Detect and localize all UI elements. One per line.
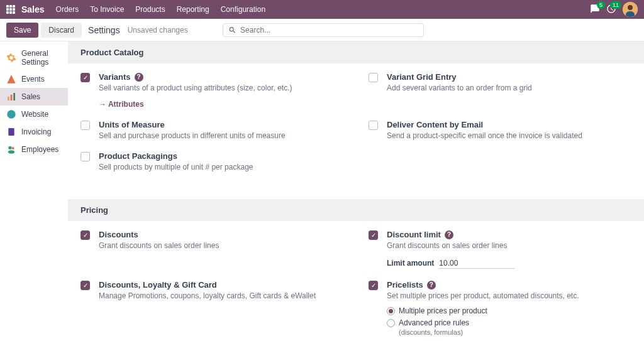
sidebar-item-sales[interactable]: Sales <box>0 88 68 106</box>
field-desc: Send a product-specific email once the i… <box>387 131 631 140</box>
checkbox-discount-limit[interactable] <box>369 230 378 240</box>
help-icon[interactable]: ? <box>427 281 436 290</box>
help-icon[interactable]: ? <box>445 230 453 239</box>
activity-badge: 11 <box>610 1 621 9</box>
field-desc: Sell variants of a product using attribu… <box>99 84 343 92</box>
sidebar-item-label: General Settings <box>21 49 62 67</box>
discard-button[interactable]: Discard <box>41 23 82 38</box>
save-button[interactable]: Save <box>6 23 38 38</box>
field-title: Deliver Content by Email <box>387 120 631 129</box>
svg-point-6 <box>7 110 15 118</box>
checkbox-loyalty[interactable] <box>80 281 90 290</box>
sidebar-item-label: Sales <box>21 92 40 101</box>
svg-rect-3 <box>8 97 9 100</box>
checkbox-pricelists[interactable] <box>369 281 378 290</box>
avatar[interactable] <box>623 2 638 17</box>
nav-to-invoice[interactable]: To Invoice <box>90 5 124 14</box>
field-desc: Manage Promotions, coupons, loyalty card… <box>99 291 343 300</box>
sidebar-item-events[interactable]: Events <box>0 70 68 88</box>
checkbox-discounts[interactable] <box>80 230 90 240</box>
radio-sub: (discounts, formulas) <box>399 328 631 336</box>
sidebar-item-label: Invoicing <box>21 127 51 136</box>
field-title: Discount limit <box>387 230 441 239</box>
top-nav: Orders To Invoice Products Reporting Con… <box>56 5 266 14</box>
svg-rect-7 <box>8 128 14 136</box>
field-desc: Set multiple prices per product, automat… <box>387 291 631 300</box>
sidebar-item-employees[interactable]: Employees <box>0 141 68 158</box>
page-title: Settings <box>88 25 120 35</box>
field-title: Discounts <box>99 230 343 239</box>
limit-input[interactable]: 10.00 <box>439 259 514 269</box>
checkbox-packagings[interactable] <box>80 152 90 161</box>
nav-reporting[interactable]: Reporting <box>177 5 209 14</box>
invoicing-icon <box>6 127 16 137</box>
field-desc: Grant discounts on sales order lines <box>99 241 343 250</box>
chat-icon[interactable]: 5 <box>590 4 600 16</box>
unsaved-status: Unsaved changes <box>128 26 188 35</box>
sidebar-item-label: Website <box>21 110 48 119</box>
radio-multiple-prices[interactable] <box>387 307 395 315</box>
gear-icon <box>6 53 16 63</box>
employees-icon <box>6 144 16 154</box>
field-desc: Sell and purchase products in different … <box>99 131 343 140</box>
section-header-catalog: Product Catalog <box>68 41 644 63</box>
checkbox-uom[interactable] <box>80 121 90 130</box>
website-icon <box>6 109 16 119</box>
svg-rect-5 <box>13 93 15 100</box>
sidebar-item-general-settings[interactable]: General Settings <box>0 45 68 70</box>
sales-icon <box>6 92 16 102</box>
nav-orders[interactable]: Orders <box>56 5 79 14</box>
search-box[interactable] <box>223 23 424 37</box>
field-desc: Sell products by multiple of unit # per … <box>99 163 343 171</box>
link-attributes[interactable]: → Attributes <box>99 100 144 109</box>
apps-icon[interactable] <box>6 5 15 14</box>
section-header-pricing: Pricing <box>68 199 644 221</box>
actionbar: Save Discard Settings Unsaved changes <box>0 19 644 41</box>
field-title: Pricelists <box>387 280 423 290</box>
sidebar-item-label: Events <box>21 75 45 84</box>
events-icon <box>6 74 16 84</box>
chat-badge: 5 <box>597 1 605 9</box>
limit-label: Limit amount <box>387 259 434 268</box>
radio-label: Advanced price rules <box>399 318 469 327</box>
field-title: Units of Measure <box>99 120 343 129</box>
activity-icon[interactable]: 11 <box>606 4 616 16</box>
help-icon[interactable]: ? <box>135 73 143 82</box>
field-title: Product Packagings <box>99 151 343 161</box>
radio-advanced-rules[interactable] <box>387 319 395 327</box>
nav-configuration[interactable]: Configuration <box>221 5 265 14</box>
sidebar-item-website[interactable]: Website <box>0 106 68 123</box>
svg-point-8 <box>8 146 11 149</box>
field-title: Variant Grid Entry <box>387 72 631 82</box>
checkbox-deliver-email[interactable] <box>369 121 378 130</box>
radio-label: Multiple prices per product <box>399 306 487 315</box>
sidebar-item-label: Employees <box>21 145 58 154</box>
checkbox-variant-grid[interactable] <box>369 73 378 82</box>
nav-products[interactable]: Products <box>135 5 165 14</box>
search-input[interactable] <box>240 26 418 35</box>
svg-rect-4 <box>11 95 13 100</box>
sidebar: General Settings Events Sales Website In… <box>0 41 68 341</box>
svg-point-10 <box>8 150 15 153</box>
svg-point-1 <box>628 5 633 10</box>
topbar: Sales Orders To Invoice Products Reporti… <box>0 0 644 19</box>
field-desc: Add several variants to an order from a … <box>387 84 631 92</box>
search-icon <box>228 26 236 35</box>
sidebar-item-invoicing[interactable]: Invoicing <box>0 123 68 141</box>
app-name[interactable]: Sales <box>21 4 45 14</box>
checkbox-variants[interactable] <box>80 73 90 82</box>
field-title: Discounts, Loyalty & Gift Card <box>99 280 343 290</box>
svg-point-9 <box>12 147 14 149</box>
field-title: Variants <box>99 72 131 82</box>
field-desc: Grant discounts on sales order lines <box>387 241 631 250</box>
main-content: Product Catalog Variants? Sell variants … <box>68 41 644 341</box>
